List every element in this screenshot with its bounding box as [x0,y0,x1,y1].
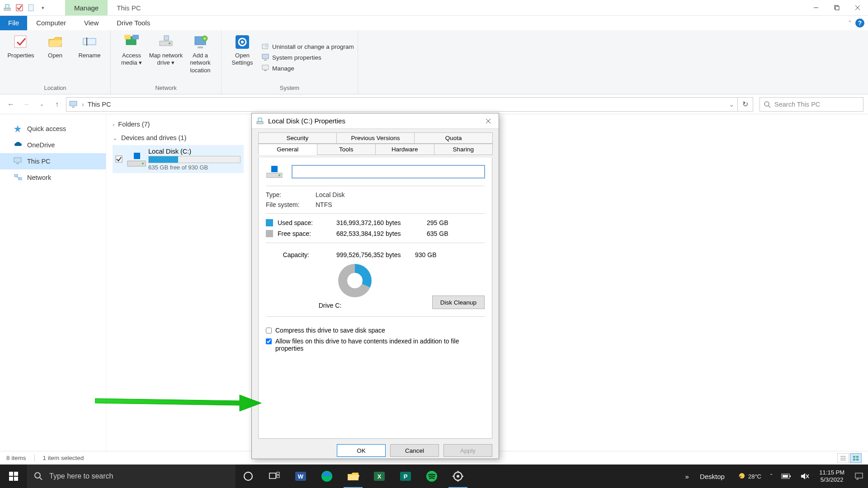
taskbar-app-spotify[interactable] [419,465,445,488]
tab-drive-tools[interactable]: Drive Tools [108,16,159,30]
maximize-button[interactable] [826,0,847,15]
drive-name-input[interactable] [292,165,485,178]
index-checkbox-row[interactable]: Allow files on this drive to have conten… [266,336,485,354]
free-space-gb: 635 GB [427,230,463,237]
clock[interactable]: 11:15 PM 5/3/2022 [814,465,850,488]
action-center-icon[interactable] [850,465,868,488]
show-desktop-label[interactable]: Desktop [693,465,731,488]
battery-icon[interactable] [777,465,796,488]
refresh-button[interactable]: ↻ [738,97,753,112]
manage-button[interactable]: Manage [261,64,354,72]
system-properties-button[interactable]: System properties [261,53,354,61]
dialog-titlebar[interactable]: Local Disk (C:) Properties [252,113,499,129]
network-location-icon: + [192,34,208,50]
rename-button[interactable]: Rename [72,32,107,83]
tab-hardware[interactable]: Hardware [375,144,434,155]
taskbar-app-settings[interactable] [445,465,471,488]
volume-muted-icon[interactable] [796,465,814,488]
tray-overflow-icon[interactable]: » [681,465,693,488]
taskbar-app-excel[interactable]: X [366,465,392,488]
drive-name: Local Disk (C:) [148,148,241,155]
sidebar-item-quick-access[interactable]: Quick access [0,121,106,137]
map-drive-button[interactable]: Map network drive ▾ [149,32,183,83]
svg-rect-19 [198,47,203,48]
taskbar-app-explorer[interactable] [340,465,366,488]
free-space-label: Free space: [278,230,336,237]
svg-point-52 [278,174,280,176]
tab-previous-versions[interactable]: Previous Versions [336,132,415,144]
view-tiles-button[interactable] [850,453,862,463]
recent-dropdown-icon[interactable]: ⌄ [35,98,48,111]
properties-button[interactable]: Properties [4,32,38,83]
up-button[interactable]: ↑ [51,98,63,111]
view-details-button[interactable] [837,453,849,463]
taskbar-app-edge[interactable] [314,465,340,488]
close-button[interactable] [478,113,499,128]
svg-rect-3 [28,5,33,11]
index-checkbox[interactable] [266,338,272,344]
tab-computer[interactable]: Computer [27,16,75,30]
weather-widget[interactable]: 28°C [731,465,766,488]
drive-item-c[interactable]: Local Disk (C:) 635 GB free of 930 GB [113,145,244,173]
sidebar-item-onedrive[interactable]: OneDrive [0,137,106,153]
sidebar-item-network[interactable]: Network [0,169,106,186]
manage-icon [261,64,269,72]
address-bar-row: ← → ⌄ ↑ › This PC ⌄ ↻ Search This PC [0,94,868,114]
svg-rect-28 [264,60,267,61]
tray-chevron-up-icon[interactable]: ˆ [766,465,777,488]
compress-checkbox-row[interactable]: Compress this drive to save disk space [266,325,485,336]
chevron-down-icon[interactable]: ⌄ [729,101,735,108]
svg-rect-9 [14,36,26,47]
address-bar[interactable]: › This PC ⌄ [66,97,738,112]
tab-security[interactable]: Security [258,132,337,144]
breadcrumb-item[interactable]: This PC [88,101,111,108]
document-icon[interactable] [27,4,35,12]
taskbar-search[interactable]: Type here to search [27,465,235,488]
drive-checkbox[interactable] [113,155,125,163]
uninstall-button[interactable]: Uninstall or change a program [261,42,354,51]
tab-sharing[interactable]: Sharing [434,144,493,155]
checkbox-icon[interactable] [15,4,24,12]
sidebar-item-this-pc[interactable]: This PC [0,153,106,169]
open-button[interactable]: Open [38,32,72,83]
tab-file[interactable]: File [0,16,27,30]
tab-view[interactable]: View [75,16,108,30]
ok-button[interactable]: OK [337,444,386,457]
cancel-button[interactable]: Cancel [390,444,439,457]
taskbar-app-publisher[interactable]: P [392,465,419,488]
svg-rect-46 [137,156,140,159]
type-label: Type: [266,191,316,198]
back-button[interactable]: ← [5,98,17,111]
qat-dropdown-icon[interactable]: ▾ [39,4,47,12]
add-network-location-button[interactable]: + Add a network location [183,32,217,83]
tab-tools[interactable]: Tools [317,144,376,155]
used-space-bytes: 316,993,372,160 bytes [336,219,427,226]
collapse-ribbon-icon[interactable]: ˆ [849,20,851,27]
chevron-right-icon[interactable]: › [82,101,84,108]
start-button[interactable] [0,465,27,488]
svg-rect-60 [853,459,855,460]
svg-rect-92 [855,473,863,478]
disk-cleanup-button[interactable]: Disk Cleanup [432,296,485,309]
close-button[interactable] [847,0,868,15]
forward-button[interactable]: → [20,98,33,111]
drive-label: Drive C: [288,302,372,309]
tab-quota[interactable]: Quota [414,132,493,144]
cortana-button[interactable] [235,465,261,488]
search-icon [34,472,43,481]
tab-general[interactable]: General [258,144,317,155]
search-input[interactable]: Search This PC [760,97,863,112]
minimize-button[interactable] [806,0,826,15]
task-view-button[interactable] [261,465,288,488]
compress-checkbox[interactable] [266,328,272,333]
apply-button[interactable]: Apply [443,444,492,457]
svg-rect-31 [72,107,75,108]
media-icon [123,34,140,50]
svg-rect-59 [856,456,859,458]
help-icon[interactable]: ? [855,19,864,28]
taskbar-app-word[interactable]: W [288,465,314,488]
svg-rect-88 [790,475,791,477]
open-settings-button[interactable]: Open Settings [225,32,259,83]
contextual-tab-manage[interactable]: Manage [65,0,108,15]
access-media-button[interactable]: Access media ▾ [114,32,149,83]
